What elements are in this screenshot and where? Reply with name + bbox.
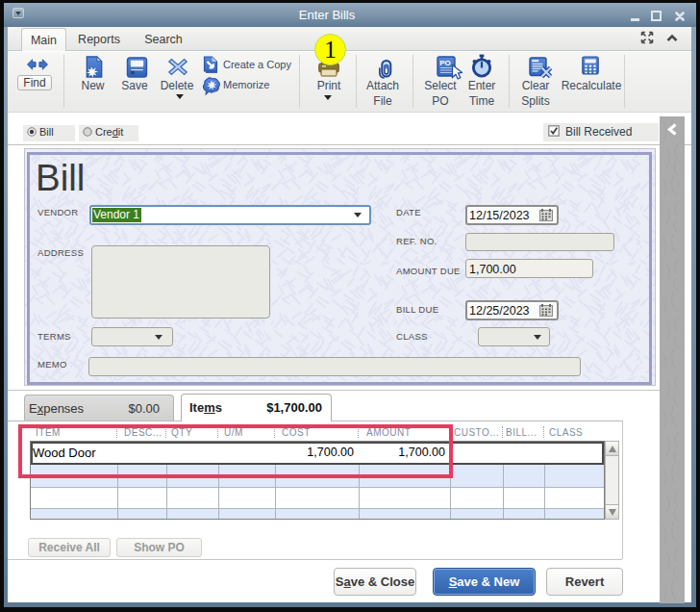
svg-text:PO: PO [439, 59, 451, 67]
